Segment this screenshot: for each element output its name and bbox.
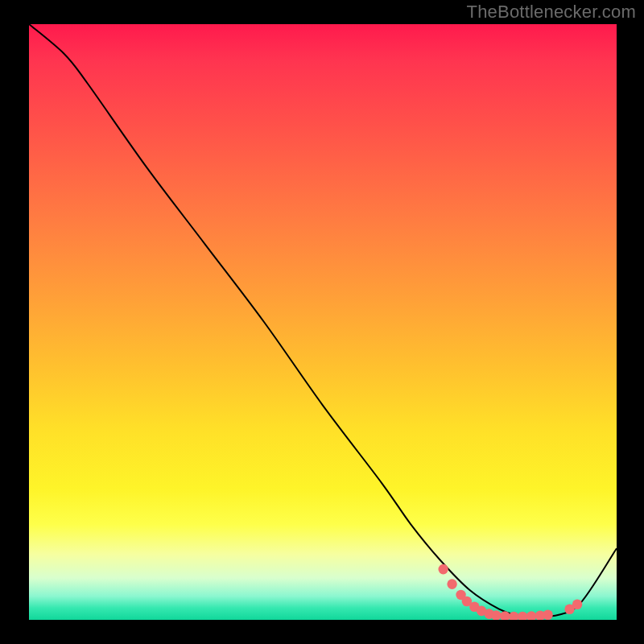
plot-area — [29, 24, 617, 620]
marker-dot — [543, 609, 552, 620]
chart-frame: TheBottlenecker.com — [0, 0, 644, 644]
marker-dot — [572, 599, 582, 609]
marker-dot — [438, 564, 448, 575]
chart-svg — [29, 24, 617, 620]
marker-dot — [447, 579, 456, 589]
curve-path — [29, 24, 617, 617]
marker-dot — [509, 612, 518, 620]
marker-dot — [526, 611, 536, 620]
marker-dot — [518, 612, 527, 620]
attribution-text: TheBottlenecker.com — [467, 2, 636, 23]
marker-group — [438, 564, 582, 620]
